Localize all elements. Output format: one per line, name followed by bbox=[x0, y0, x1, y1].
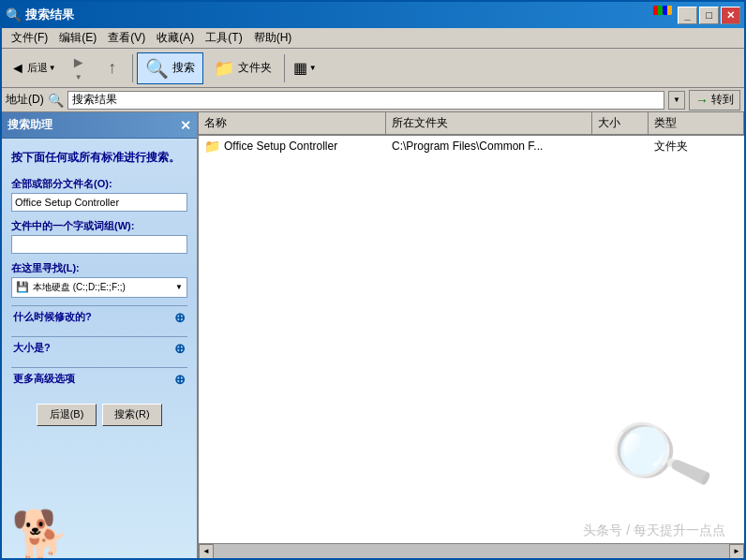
search-label: 搜索 bbox=[172, 60, 195, 76]
forward-button[interactable]: ► ▼ bbox=[63, 52, 95, 84]
window-icon: 🔍 bbox=[6, 7, 22, 22]
menubar: 文件(F) 编辑(E) 查看(V) 收藏(A) 工具(T) 帮助(H) bbox=[2, 28, 744, 49]
table-row[interactable]: 📁 Office Setup Controller C:\Program Fil… bbox=[199, 136, 744, 156]
address-dropdown-icon: ▼ bbox=[673, 96, 680, 104]
size-expand-icon: ⊕ bbox=[174, 341, 186, 356]
up-button[interactable]: ↑ bbox=[97, 52, 128, 84]
action-buttons: 后退(B) 搜索(R) bbox=[11, 398, 187, 432]
more-options-section[interactable]: 更多高级选项 ⊕ bbox=[11, 367, 187, 391]
file-folder-cell: C:\Program Files\Common F... bbox=[386, 138, 592, 155]
size-section[interactable]: 大小是? ⊕ bbox=[11, 336, 187, 360]
file-size-cell bbox=[592, 144, 649, 148]
window-controls: _ □ ✕ bbox=[678, 7, 740, 24]
separator-1 bbox=[132, 54, 133, 82]
filename-label: 全部或部分文件名(O): bbox=[11, 177, 187, 191]
panel-title: 搜索助理 bbox=[7, 117, 52, 133]
forward-icon: ► bbox=[71, 54, 86, 71]
window-title: 搜索结果 bbox=[22, 7, 653, 23]
filename-section: 全部或部分文件名(O): bbox=[11, 177, 187, 212]
main-window: 🔍 搜索结果 _ □ ✕ 文件(F) 编辑(E) 查看(V) 收藏(A) 工具(… bbox=[0, 0, 746, 560]
address-dropdown[interactable]: ▼ bbox=[668, 91, 685, 110]
watermark-text: 头条号 / 每天提升一点点 bbox=[583, 523, 725, 539]
filename-input[interactable] bbox=[11, 193, 187, 212]
back-label: 后退 bbox=[27, 61, 48, 75]
maximize-button[interactable]: □ bbox=[699, 7, 719, 24]
back-dropdown-icon: ▼ bbox=[49, 64, 56, 72]
addressbar: 地址(D) 🔍 ▼ → 转到 bbox=[2, 88, 744, 112]
column-headers: 名称 所在文件夹 大小 类型 bbox=[199, 112, 744, 136]
panel-header: 搜索助理 ✕ bbox=[2, 112, 197, 139]
folders-label: 文件夹 bbox=[238, 60, 272, 76]
go-button[interactable]: → 转到 bbox=[689, 90, 740, 111]
keyword-input[interactable] bbox=[11, 235, 187, 254]
folder-icon: 📁 bbox=[204, 139, 220, 154]
horizontal-scrollbar[interactable]: ◄ ► bbox=[199, 543, 744, 558]
back-button[interactable]: ◄ 后退 ▼ bbox=[6, 52, 61, 84]
views-button[interactable]: ▦ ▼ bbox=[289, 52, 321, 84]
menu-view[interactable]: 查看(V) bbox=[102, 28, 151, 48]
scroll-track[interactable] bbox=[214, 544, 729, 559]
panel-close-button[interactable]: ✕ bbox=[180, 118, 191, 133]
size-column-header[interactable]: 大小 bbox=[592, 112, 649, 134]
address-icon: 🔍 bbox=[48, 93, 64, 108]
go-arrow-icon: → bbox=[695, 93, 709, 108]
location-dropdown[interactable]: 💾 本地硬盘 (C:;D:;E:;F:;) ▼ bbox=[11, 277, 187, 298]
location-label: 在这里寻找(L): bbox=[11, 261, 187, 275]
keyword-label: 文件中的一个字或词组(W): bbox=[11, 219, 187, 233]
main-area: 搜索助理 ✕ 按下面任何或所有标准进行搜索。 全部或部分文件名(O): 文件中的… bbox=[2, 112, 744, 558]
size-label: 大小是? bbox=[13, 341, 51, 355]
views-dropdown-icon: ▼ bbox=[309, 64, 317, 72]
search-description: 按下面任何或所有标准进行搜索。 bbox=[11, 150, 187, 166]
keyword-section: 文件中的一个字或词组(W): bbox=[11, 219, 187, 254]
location-dropdown-icon: ▼ bbox=[175, 283, 183, 291]
back-action-button[interactable]: 后退(B) bbox=[37, 404, 97, 426]
more-options-expand-icon: ⊕ bbox=[174, 372, 186, 387]
location-value: 本地硬盘 (C:;D:;E:;F:;) bbox=[33, 281, 172, 294]
mascot-area: 🐕 bbox=[2, 483, 197, 558]
type-column-header[interactable]: 类型 bbox=[649, 112, 744, 134]
back-icon: ◄ bbox=[10, 60, 25, 77]
when-modified-expand-icon: ⊕ bbox=[174, 310, 186, 325]
file-name-cell: 📁 Office Setup Controller bbox=[199, 137, 386, 155]
more-options-label: 更多高级选项 bbox=[13, 372, 75, 386]
menu-file[interactable]: 文件(F) bbox=[6, 28, 53, 48]
address-input[interactable] bbox=[67, 91, 664, 110]
views-icon: ▦ bbox=[293, 59, 307, 77]
menu-favorites[interactable]: 收藏(A) bbox=[151, 28, 200, 48]
address-label: 地址(D) bbox=[6, 92, 44, 108]
file-type-cell: 文件夹 bbox=[649, 137, 744, 156]
search-button[interactable]: 🔍 搜索 bbox=[137, 52, 203, 84]
dog-mascot: 🐕 bbox=[11, 511, 69, 558]
when-modified-section[interactable]: 什么时候修改的? ⊕ bbox=[11, 305, 187, 329]
menu-edit[interactable]: 编辑(E) bbox=[53, 28, 102, 48]
separator-2 bbox=[284, 54, 285, 82]
minimize-button[interactable]: _ bbox=[678, 7, 697, 24]
name-column-header[interactable]: 名称 bbox=[199, 112, 386, 134]
forward-dropdown-icon: ▼ bbox=[75, 73, 82, 81]
scroll-left-button[interactable]: ◄ bbox=[199, 544, 214, 559]
titlebar: 🔍 搜索结果 _ □ ✕ bbox=[2, 2, 744, 28]
when-modified-label: 什么时候修改的? bbox=[13, 310, 92, 324]
close-button[interactable]: ✕ bbox=[721, 7, 740, 24]
toolbar: ◄ 后退 ▼ ► ▼ ↑ 🔍 搜索 📁 文件夹 ▦ ▼ bbox=[2, 49, 744, 88]
search-icon: 🔍 bbox=[145, 57, 169, 80]
search-action-button[interactable]: 搜索(R) bbox=[102, 404, 162, 426]
up-icon: ↑ bbox=[108, 58, 116, 78]
folders-button[interactable]: 📁 文件夹 bbox=[205, 52, 280, 84]
go-label: 转到 bbox=[711, 92, 734, 108]
search-form: 按下面任何或所有标准进行搜索。 全部或部分文件名(O): 文件中的一个字或词组(… bbox=[2, 139, 197, 443]
search-panel: 搜索助理 ✕ 按下面任何或所有标准进行搜索。 全部或部分文件名(O): 文件中的… bbox=[2, 112, 199, 558]
menu-help[interactable]: 帮助(H) bbox=[248, 28, 298, 48]
file-name-text: Office Setup Controller bbox=[224, 140, 337, 153]
scroll-right-button[interactable]: ► bbox=[729, 544, 744, 559]
menu-tools[interactable]: 工具(T) bbox=[200, 28, 247, 48]
folder-column-header[interactable]: 所在文件夹 bbox=[386, 112, 592, 134]
location-section: 在这里寻找(L): 💾 本地硬盘 (C:;D:;E:;F:;) ▼ bbox=[11, 261, 187, 298]
folders-icon: 📁 bbox=[214, 58, 234, 79]
results-panel: 名称 所在文件夹 大小 类型 📁 Office Setup Controller… bbox=[199, 112, 744, 558]
location-drive-icon: 💾 bbox=[16, 281, 29, 293]
